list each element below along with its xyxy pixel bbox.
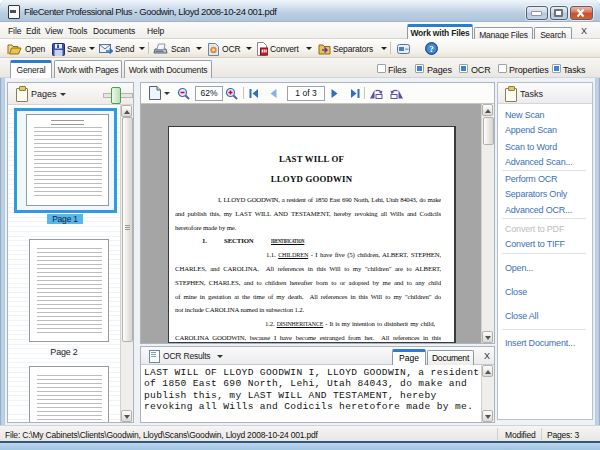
svg-text:?: ? xyxy=(429,44,434,54)
